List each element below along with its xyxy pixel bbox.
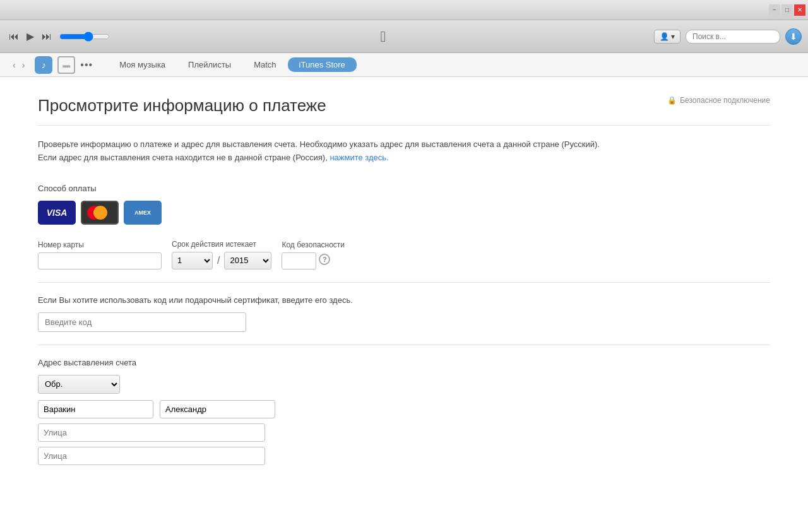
tab-itunes-store[interactable]: iTunes Store <box>288 57 357 72</box>
toolbar-center:  <box>116 28 650 45</box>
music-icon: ♪ <box>35 56 52 74</box>
cvv-group: Код безопасности ? <box>282 240 345 269</box>
card-number-label: Номер карты <box>38 240 162 249</box>
name-row <box>38 400 770 418</box>
window-controls: − □ ✕ <box>769 4 805 16</box>
toolbar: ⏮ ▶ ⏭  👤 ▾ ⬇ <box>0 20 808 53</box>
minimize-button[interactable]: − <box>769 4 780 16</box>
street1-input[interactable] <box>38 423 265 442</box>
code-text: Если Вы хотите использовать код или пода… <box>38 295 770 305</box>
divider-1 <box>38 282 770 283</box>
expiry-month-select[interactable]: 1234 5678 9101112 <box>172 252 213 269</box>
payment-method-label: Способ оплаты <box>38 184 770 193</box>
nav-tabs: Моя музыка Плейлисты Match iTunes Store <box>108 57 357 72</box>
cvv-controls: ? <box>282 252 345 269</box>
fast-forward-button[interactable]: ⏭ <box>39 30 54 44</box>
titlebar: − □ ✕ <box>0 0 808 20</box>
volume-slider[interactable] <box>59 32 110 42</box>
apple-logo-icon:  <box>381 28 386 45</box>
expiry-year-select[interactable]: 2015201620172018 20192020 <box>224 252 271 269</box>
page-header: Просмотрите информацию о платеже 🔒 Безоп… <box>38 96 770 126</box>
visa-button[interactable]: VISA <box>38 201 76 225</box>
back-button[interactable]: ‹ <box>10 59 18 71</box>
info-text: Проверьте информацию о платеже и адрес д… <box>38 138 770 165</box>
salutation-select[interactable]: Обр. Г-н Г-жа <box>38 375 120 394</box>
expiry-slash: / <box>215 255 222 266</box>
cvv-help-button[interactable]: ? <box>319 254 330 265</box>
rewind-button[interactable]: ⏮ <box>6 30 21 44</box>
mastercard-button[interactable] <box>81 201 119 225</box>
download-button[interactable]: ⬇ <box>785 28 802 45</box>
first-name-input[interactable] <box>160 400 275 418</box>
film-icon: ▬ <box>57 56 75 74</box>
info-text-line1: Проверьте информацию о платеже и адрес д… <box>38 139 600 149</box>
page-title: Просмотрите информацию о платеже <box>38 96 326 115</box>
account-chevron-icon: ▾ <box>671 32 675 41</box>
tab-my-music[interactable]: Моя музыка <box>108 57 177 72</box>
divider-2 <box>38 345 770 345</box>
amex-button[interactable]: AMEX <box>124 201 162 225</box>
street2-input[interactable] <box>38 447 265 465</box>
cvv-label: Код безопасности <box>282 240 345 249</box>
transport-controls: ⏮ ▶ ⏭ <box>6 29 112 44</box>
navbar: ‹ › ♪ ▬ ••• Моя музыка Плейлисты Match i… <box>0 53 808 77</box>
address-section: Адрес выставления счета Обр. Г-н Г-жа <box>38 358 770 465</box>
search-input[interactable] <box>686 30 780 44</box>
play-button[interactable]: ▶ <box>24 29 37 44</box>
close-button[interactable]: ✕ <box>794 4 805 16</box>
person-icon: 👤 <box>660 32 669 41</box>
expiry-group: Срок действия истекает 1234 5678 9101112… <box>172 240 271 269</box>
card-number-group: Номер карты <box>38 240 162 269</box>
main-content: Просмотрите информацию о платеже 🔒 Безоп… <box>0 77 808 532</box>
tab-match[interactable]: Match <box>242 57 287 72</box>
tab-playlists[interactable]: Плейлисты <box>177 57 242 72</box>
nav-arrows: ‹ › <box>10 59 27 71</box>
forward-button[interactable]: › <box>20 59 28 71</box>
toolbar-right: 👤 ▾ ⬇ <box>654 28 802 45</box>
expiry-label: Срок действия истекает <box>172 240 271 249</box>
download-icon: ⬇ <box>790 32 797 42</box>
click-here-link[interactable]: нажмите здесь. <box>330 153 388 162</box>
last-name-input[interactable] <box>38 400 153 418</box>
secure-label: Безопасное подключение <box>680 96 770 105</box>
address-title: Адрес выставления счета <box>38 358 770 367</box>
more-options-button[interactable]: ••• <box>80 59 93 71</box>
info-text-line2: Если адрес для выставления счета находит… <box>38 153 328 162</box>
gift-code-input[interactable] <box>38 312 246 332</box>
payment-methods: VISA AMEX <box>38 201 770 225</box>
cvv-input[interactable] <box>282 252 316 269</box>
secure-connection: 🔒 Безопасное подключение <box>667 96 770 105</box>
expiry-controls: 1234 5678 9101112 / 2015201620172018 201… <box>172 252 271 269</box>
mc-right-circle <box>93 206 107 220</box>
maximize-button[interactable]: □ <box>781 4 793 16</box>
card-details-row: Номер карты Срок действия истекает 1234 … <box>38 240 770 269</box>
lock-icon: 🔒 <box>667 96 677 105</box>
card-number-input[interactable] <box>38 252 162 269</box>
account-button[interactable]: 👤 ▾ <box>654 30 680 44</box>
